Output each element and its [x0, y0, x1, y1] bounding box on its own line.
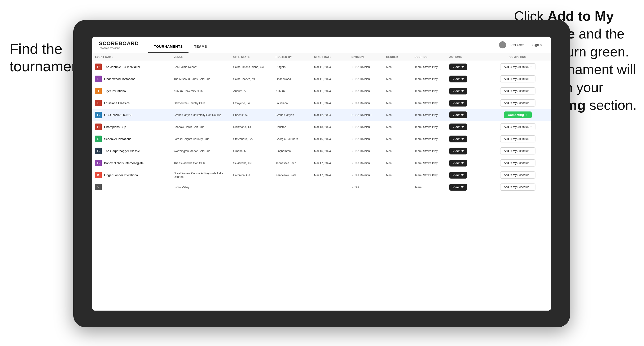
table-row: H Champions Cup Shadow Hawk Golf ClubRic…	[92, 121, 551, 133]
start-date-cell: Mar 17, 2024	[311, 157, 348, 169]
division-cell: NCAA Division I	[348, 97, 383, 109]
actions-cell: View 👁	[446, 169, 485, 181]
actions-cell: View 👁	[446, 145, 485, 157]
table-header-row: EVENT NAME VENUE CITY, STATE HOSTED BY S…	[92, 53, 551, 61]
view-button[interactable]: View 👁	[449, 136, 467, 142]
gender-cell: Men	[383, 145, 412, 157]
sign-out-link[interactable]: Sign out	[532, 43, 544, 47]
event-name: Bobby Nichols Intercollegiate	[104, 161, 144, 165]
scoring: Team, Stroke Play	[414, 150, 438, 153]
add-to-schedule-button[interactable]: Add to My Schedule +	[500, 160, 535, 167]
plus-icon: +	[530, 125, 532, 129]
add-to-schedule-button[interactable]: Add to My Schedule +	[500, 75, 535, 82]
competing-button[interactable]: Competing ✓	[504, 112, 532, 118]
start-date: Mar 12, 2024	[314, 113, 331, 117]
add-to-schedule-button[interactable]: Add to My Schedule +	[500, 172, 535, 178]
view-button[interactable]: View 👁	[449, 63, 467, 70]
plus-icon: +	[530, 185, 532, 189]
add-label: Add to My Schedule	[504, 137, 529, 141]
view-button[interactable]: View 👁	[449, 172, 467, 178]
venue: The Sevierville Golf Club	[174, 162, 205, 165]
add-to-schedule-button[interactable]: Add to My Schedule +	[500, 135, 535, 142]
gender-cell: Men	[383, 121, 412, 133]
start-date: Mar 17, 2024	[314, 173, 331, 177]
tablet-device: SCOREBOARD Powered by clippd TOURNAMENTS…	[73, 20, 570, 327]
competing-cell: Add to My Schedule +	[484, 73, 551, 85]
scoring-cell: Team, Stroke Play	[412, 85, 446, 97]
tab-teams[interactable]: TEAMS	[188, 41, 213, 53]
eye-icon: 👁	[461, 65, 464, 68]
hosted-by-cell: Georgia Southern	[273, 133, 311, 145]
city-state-cell: Phoenix, AZ	[230, 109, 273, 121]
tab-tournaments[interactable]: TOURNAMENTS	[148, 41, 188, 53]
gender: Men	[386, 173, 392, 177]
actions-cell: View 👁	[446, 157, 485, 169]
add-label: Add to My Schedule	[504, 77, 529, 81]
add-to-schedule-button[interactable]: Add to My Schedule +	[500, 87, 535, 94]
view-button[interactable]: View 👁	[449, 100, 467, 107]
division: NCAA Division I	[352, 65, 372, 69]
add-label: Add to My Schedule	[504, 173, 529, 177]
division-cell: NCAA Division I	[348, 73, 383, 85]
event-name-cell: G GCU INVITATIONAL	[92, 109, 171, 121]
city-state: Saint Simons Island, GA	[233, 65, 264, 69]
venue: Brook Valley	[174, 186, 189, 189]
scoring: Team, Stroke Play	[414, 138, 438, 141]
view-button[interactable]: View 👁	[449, 124, 467, 130]
city-state: Sevierville, TN	[233, 162, 252, 165]
col-header-actions: ACTIONS	[446, 53, 485, 61]
city-state-cell: Urbana, MD	[230, 145, 273, 157]
add-to-schedule-button[interactable]: Add to My Schedule +	[500, 99, 535, 107]
view-button[interactable]: View 👁	[449, 184, 467, 190]
plus-icon: +	[530, 173, 532, 177]
col-header-scoring: SCORING	[412, 53, 446, 61]
view-label: View	[453, 101, 460, 105]
venue: Great Waters Course At Reynolds Lake Oco…	[174, 172, 223, 178]
view-button[interactable]: View 👁	[449, 148, 467, 155]
division-cell: NCAA Division I	[348, 145, 383, 157]
city-state: Saint Charles, MO	[233, 77, 256, 81]
venue-cell: Sea Palms Resort	[171, 61, 230, 73]
hosted-by: Kennesaw State	[276, 173, 296, 177]
division: NCAA Division I	[352, 150, 372, 153]
start-date: Mar 17, 2024	[314, 162, 331, 165]
add-label: Add to My Schedule	[504, 149, 529, 153]
school-logo: K	[95, 172, 102, 178]
logo-sub: Powered by clippd	[99, 46, 139, 49]
table-row: B The Carpetbagger Classic Worthington M…	[92, 145, 551, 157]
event-name-cell: S Schenkel Invitational	[92, 133, 171, 145]
gender: Men	[386, 125, 392, 129]
view-label: View	[453, 173, 460, 177]
start-date: Mar 13, 2024	[314, 125, 331, 129]
event-name-cell: L Louisiana Classics	[92, 97, 171, 109]
hosted-by-cell: Binghamton	[273, 145, 311, 157]
actions-cell: View 👁	[446, 109, 485, 121]
add-to-schedule-button[interactable]: Add to My Schedule +	[500, 183, 535, 190]
view-button[interactable]: View 👁	[449, 76, 467, 82]
plus-icon: +	[530, 77, 532, 81]
view-button[interactable]: View 👁	[449, 88, 467, 94]
scoring: Team, Stroke Play	[414, 77, 438, 81]
view-label: View	[453, 185, 460, 189]
eye-icon: 👁	[461, 89, 464, 93]
division: NCAA Division I	[352, 113, 372, 117]
add-to-schedule-button[interactable]: Add to My Schedule +	[500, 147, 535, 155]
hosted-by-cell: Houston	[273, 121, 311, 133]
add-to-schedule-button[interactable]: Add to My Schedule +	[500, 63, 535, 70]
view-button[interactable]: View 👁	[449, 112, 467, 118]
city-state: Richmond, TX	[233, 125, 251, 129]
hosted-by: Rutgers	[276, 65, 286, 69]
scoring: Team, Stroke Play	[414, 173, 438, 177]
scoring: Team, Stroke Play	[414, 65, 438, 69]
add-to-schedule-button[interactable]: Add to My Schedule +	[500, 123, 535, 130]
scoring-cell: Team, Stroke Play	[412, 133, 446, 145]
venue-cell: Forest Heights Country Club	[171, 133, 230, 145]
competing-cell: Add to My Schedule +	[484, 133, 551, 145]
start-date-cell: Mar 11, 2024	[311, 97, 348, 109]
event-name-cell: R The Johnnie - O Individual	[92, 61, 171, 73]
view-button[interactable]: View 👁	[449, 160, 467, 167]
competing-cell: Add to My Schedule +	[484, 169, 551, 181]
division-cell: NCAA Division I	[348, 61, 383, 73]
col-header-date: START DATE	[311, 53, 348, 61]
event-name-cell: H Champions Cup	[92, 121, 171, 133]
